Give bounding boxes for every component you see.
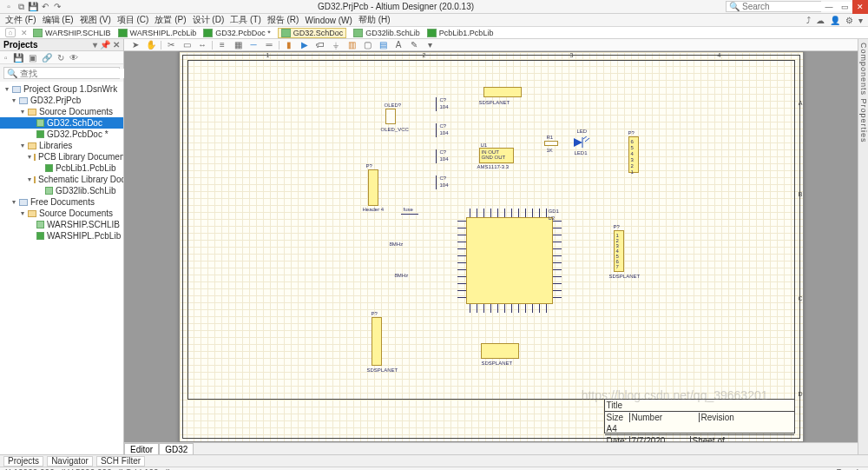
menu-project[interactable]: 项目 (C) xyxy=(117,14,149,26)
menu-help[interactable]: 帮助 (H) xyxy=(358,14,391,26)
tree-node[interactable]: GD32.PcbDoc * xyxy=(0,129,123,140)
tree-node[interactable]: ▾Source Documents xyxy=(0,208,123,219)
harness-icon[interactable]: ▤ xyxy=(377,40,389,50)
gear-icon[interactable]: ⚙ xyxy=(845,16,853,25)
tree-node[interactable]: GD32lib.SchLib xyxy=(0,185,123,196)
align-icon[interactable]: ≡ xyxy=(216,40,228,50)
panel-close-icon[interactable]: ✕ xyxy=(113,40,120,50)
project-save-icon[interactable]: 💾 xyxy=(13,53,23,63)
project-compile-icon[interactable]: ▣ xyxy=(29,53,36,63)
part-label: P? xyxy=(366,163,372,169)
tab-navigator[interactable]: Navigator xyxy=(47,456,93,467)
tab-gd32[interactable]: GD32 xyxy=(159,443,194,454)
textbox-icon[interactable]: ▦ xyxy=(232,40,244,50)
menu-file[interactable]: 文件 (F) xyxy=(5,14,36,26)
tree-node[interactable]: ▾PCB Library Documents xyxy=(0,151,123,162)
tree-node[interactable]: PcbLib1.PcbLib xyxy=(0,162,123,174)
part-label: SDSPLANET xyxy=(482,361,513,366)
rect-select-icon[interactable]: ▭ xyxy=(181,40,193,50)
close-doc-icon[interactable]: ✕ xyxy=(19,29,30,37)
editor-tabs: Editor GD32 xyxy=(124,442,858,454)
header-p2[interactable] xyxy=(368,169,378,206)
move-icon[interactable]: ↔ xyxy=(196,40,208,50)
part-icon[interactable]: ▥ xyxy=(345,40,358,50)
menu-window[interactable]: Window (W) xyxy=(305,16,352,25)
project-new-icon[interactable]: ▫ xyxy=(4,53,8,63)
maximize-button[interactable]: ▭ xyxy=(837,0,852,14)
panel-pin-icon[interactable]: 📌 xyxy=(100,40,110,50)
menu-report[interactable]: 报告 (R) xyxy=(267,14,299,26)
doc-tab[interactable]: WARSHIP.SCHLIB xyxy=(33,29,111,37)
home-icon[interactable]: ⌂ xyxy=(5,28,16,37)
sds-conn[interactable] xyxy=(481,343,519,359)
clip-icon[interactable]: ✂ xyxy=(165,40,177,50)
user-icon[interactable]: 👤 xyxy=(830,16,840,25)
project-link-icon[interactable]: 🔗 xyxy=(42,53,52,63)
project-refresh-icon[interactable]: ↻ xyxy=(57,53,64,63)
project-view-icon[interactable]: 👁 xyxy=(69,53,78,63)
undo-icon[interactable]: ↶ xyxy=(40,2,50,12)
search-icon: 🔍 xyxy=(729,2,740,11)
more-icon[interactable]: ▾ xyxy=(424,40,436,50)
tab-schfilter[interactable]: SCH Filter xyxy=(96,456,145,467)
tree-node[interactable]: ▾Schematic Library Documents xyxy=(0,174,123,185)
new-icon[interactable]: ▫ xyxy=(3,2,14,12)
tree-node[interactable]: ▾Source Documents xyxy=(0,106,123,117)
doc-tab[interactable]: GD32.SchDoc xyxy=(278,28,347,38)
header-top[interactable] xyxy=(483,87,522,97)
tree-node[interactable]: ▾GD32.PrjPcb xyxy=(0,95,123,106)
part-label: Header 4 xyxy=(363,207,385,212)
redo-icon[interactable]: ↷ xyxy=(52,2,62,12)
menu-design[interactable]: 设计 (D) xyxy=(193,14,225,26)
cloud-icon[interactable]: ☁ xyxy=(816,16,825,25)
part-label: LED1 xyxy=(575,150,588,156)
tab-editor[interactable]: Editor xyxy=(124,443,159,454)
open-icon[interactable]: ⧉ xyxy=(16,2,26,12)
led-icon[interactable] xyxy=(572,136,589,149)
menu-edit[interactable]: 编辑 (E) xyxy=(43,14,74,26)
tree-node[interactable]: ▾Free Documents xyxy=(0,196,123,208)
part-label: OLED_VCC xyxy=(381,127,409,132)
doc-tab[interactable]: WARSHIPL.PcbLib xyxy=(118,29,197,37)
sheet-icon[interactable]: ▢ xyxy=(361,40,373,50)
doc-tab[interactable]: GD32.PcbDoc * xyxy=(203,29,271,37)
share-icon[interactable]: ⤴ xyxy=(806,16,811,25)
netlabel-icon[interactable]: 🏷 xyxy=(314,40,326,50)
note-icon[interactable]: A xyxy=(392,40,404,50)
right-panel-tabs[interactable]: Components Properties xyxy=(858,39,868,454)
tab-projects[interactable]: Projects xyxy=(3,456,43,467)
resistor[interactable] xyxy=(544,141,558,146)
chevron-down-icon[interactable]: ▾ xyxy=(858,16,863,25)
global-search[interactable]: 🔍 xyxy=(726,1,821,12)
save-icon[interactable]: 💾 xyxy=(28,2,38,12)
menu-view[interactable]: 视图 (V) xyxy=(80,14,111,26)
part-label: U1 xyxy=(481,142,488,148)
tree-node[interactable]: WARSHIP.SCHLIB xyxy=(0,219,123,230)
port-icon[interactable]: ▶ xyxy=(299,40,311,50)
power-icon[interactable]: ⏚ xyxy=(330,40,342,50)
hand-icon[interactable]: ✋ xyxy=(145,40,157,50)
tree-node[interactable]: GD32.SchDoc xyxy=(0,117,123,129)
tree-node[interactable]: ▾Libraries xyxy=(0,140,123,151)
window-title: GD32.PrjPcb - Altium Designer (20.0.13) xyxy=(66,2,726,11)
menu-tools[interactable]: 工具 (T) xyxy=(230,14,261,26)
doc-tab[interactable]: GD32lib.SchLib xyxy=(353,29,420,37)
menu-place[interactable]: 放置 (P) xyxy=(155,14,186,26)
highlight-icon[interactable]: ▮ xyxy=(283,40,295,50)
wire-icon[interactable]: ─ xyxy=(247,40,260,50)
panel-search[interactable]: 🔍 xyxy=(3,67,120,79)
doc-tab[interactable]: PcbLib1.PcbLib xyxy=(427,29,494,37)
close-button[interactable]: ✕ xyxy=(852,0,868,14)
pointer-icon[interactable]: ➤ xyxy=(129,40,141,50)
tree-node[interactable]: ▾Project Group 1.DsnWrk xyxy=(0,83,123,95)
bus-icon[interactable]: ═ xyxy=(263,40,275,50)
panel-dropdown-icon[interactable]: ▾ xyxy=(93,40,97,50)
tree-node[interactable]: WARSHIPL.PcbLib xyxy=(0,230,123,242)
oled[interactable] xyxy=(385,109,396,124)
header-bottom-left[interactable] xyxy=(372,317,382,366)
minimize-button[interactable]: — xyxy=(821,0,837,14)
mcu-chip[interactable] xyxy=(466,217,553,304)
schematic-canvas[interactable]: 1 2 3 4 A B C D GD1 U2 U1 IN OUT GND OUT xyxy=(124,51,858,442)
drawing-icon[interactable]: ✎ xyxy=(408,40,420,50)
panel-search-input[interactable] xyxy=(20,69,130,78)
